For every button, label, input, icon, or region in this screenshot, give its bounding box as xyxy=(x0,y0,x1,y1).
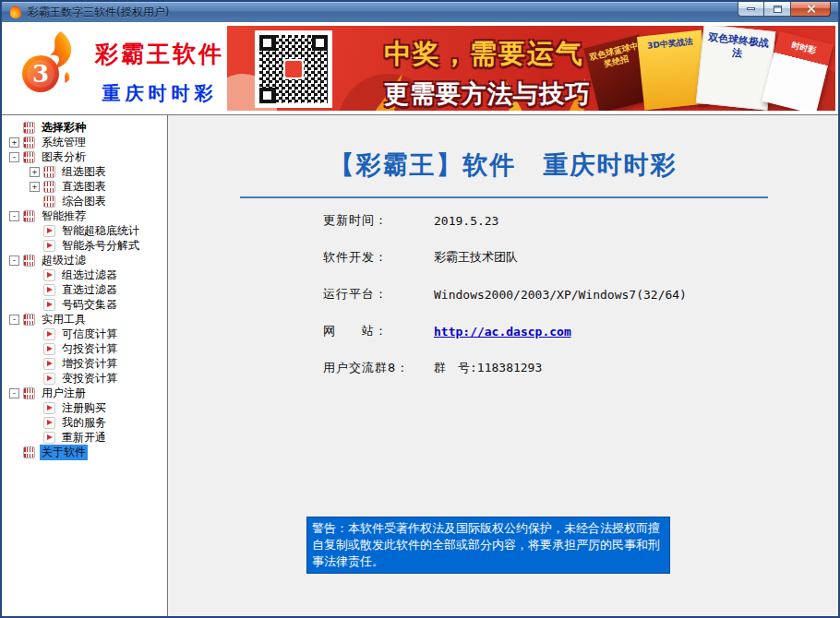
info-label: 更新时间： xyxy=(323,212,434,229)
tree-item-label: 系统管理 xyxy=(40,135,88,150)
main-panel: 【彩霸王】软件 重庆时时彩 更新时间： 2019.5.23 软件开发： 彩霸王技… xyxy=(168,115,838,616)
tree-item-label: 实用工具 xyxy=(40,312,88,327)
expand-toggle-icon[interactable]: + xyxy=(9,137,19,148)
tree-item-label: 直选图表 xyxy=(60,179,108,195)
tree-item[interactable]: 匀投资计算 xyxy=(2,341,167,356)
info-label: 软件开发： xyxy=(323,249,434,266)
tree-item-label: 关于软件 xyxy=(40,445,88,460)
tree-item-label: 直选过滤器 xyxy=(60,282,119,298)
grid-icon xyxy=(23,387,35,399)
tree-item[interactable]: - 超级过滤 xyxy=(2,253,167,267)
arrow-icon xyxy=(43,284,55,296)
banner-slogan: 中奖，需要运气， 更需要方法与技巧 xyxy=(384,36,613,111)
expand-toggle-icon[interactable]: - xyxy=(9,388,19,398)
tree-item-label: 智能推荐 xyxy=(40,208,88,224)
info-value: Windows2000/2003/XP/Windows7(32/64) xyxy=(434,288,687,302)
tree-item[interactable]: 直选过滤器 xyxy=(2,282,167,297)
arrow-icon xyxy=(43,240,55,252)
info-value: 群 号:118381293 xyxy=(434,360,542,376)
tree-item-label: 组选图表 xyxy=(60,164,108,180)
arrow-icon xyxy=(43,269,55,281)
title-bar: 彩霸王数字三软件(授权用户) xyxy=(2,2,838,22)
tree-item[interactable]: - 图表分析 xyxy=(2,149,167,164)
tree-item[interactable]: 号码交集器 xyxy=(2,297,167,312)
qr-finder-icon xyxy=(312,35,328,51)
tree-item[interactable]: + 组选图表 xyxy=(2,164,167,179)
sidebar-tree: 选择彩种 + 系统管理 - 图表分析 + 组选图表 + 直选图表 综合图表 - … xyxy=(2,115,168,616)
tree-item-label: 组选过滤器 xyxy=(60,267,119,283)
app-flame-icon xyxy=(8,5,23,19)
tree-item-label: 号码交集器 xyxy=(60,297,119,313)
content-area: 选择彩种 + 系统管理 - 图表分析 + 组选图表 + 直选图表 综合图表 - … xyxy=(2,114,838,616)
qr-finder-icon xyxy=(259,88,275,103)
grid-icon xyxy=(43,181,55,193)
expand-toggle-icon[interactable]: - xyxy=(9,211,19,221)
arrow-icon xyxy=(43,402,55,414)
brand-flame-logo: 3 xyxy=(13,30,85,105)
tree-item[interactable]: 选择彩种 xyxy=(2,120,167,135)
tree-item[interactable]: - 用户注册 xyxy=(2,386,167,400)
tree-item[interactable]: 变投资计算 xyxy=(2,371,167,386)
expand-toggle-icon[interactable]: - xyxy=(9,152,19,162)
maximize-button[interactable] xyxy=(764,2,791,17)
tree-item[interactable]: 我的服务 xyxy=(2,415,167,430)
website-link[interactable]: http://ac.dascp.com xyxy=(434,325,571,339)
tree-item-label: 图表分析 xyxy=(40,149,88,165)
svg-text:3: 3 xyxy=(32,60,49,88)
tree-item[interactable]: 注册购买 xyxy=(2,400,167,415)
minimize-button[interactable] xyxy=(738,2,764,17)
tree-item[interactable]: 智能杀号分解式 xyxy=(2,238,167,253)
arrow-icon xyxy=(43,358,55,370)
info-row-website: 网 站： http://ac.dascp.com xyxy=(323,323,687,339)
arrow-icon xyxy=(43,299,55,311)
info-row-developer: 软件开发： 彩霸王技术团队 xyxy=(323,249,687,266)
qr-code[interactable] xyxy=(255,30,332,108)
tree-item[interactable]: + 系统管理 xyxy=(2,135,167,149)
info-label: 用户交流群8： xyxy=(323,360,434,376)
close-button[interactable] xyxy=(791,2,831,17)
info-label: 运行平台： xyxy=(323,286,434,303)
grid-icon xyxy=(23,255,35,267)
tree-item-label: 增投资计算 xyxy=(60,356,119,372)
header: 3 彩霸王软件 重庆时时彩 中奖，需要运气， xyxy=(2,22,838,114)
tree-item-label: 匀投资计算 xyxy=(60,341,119,357)
tree-item-label: 重新开通 xyxy=(60,430,108,446)
grid-icon xyxy=(23,314,35,326)
window-title: 彩霸王数字三软件(授权用户) xyxy=(28,5,169,20)
banner-books: 双色球蓝球中奖绝招 3D中奖战法 双色球终极战法 时时彩 xyxy=(589,26,834,111)
window-controls xyxy=(738,2,831,17)
expand-toggle-icon[interactable]: - xyxy=(9,256,19,266)
grid-icon xyxy=(43,166,55,178)
maximize-icon xyxy=(774,6,782,13)
tree-item[interactable]: + 直选图表 xyxy=(2,179,167,194)
tree-item[interactable]: 可信度计算 xyxy=(2,327,167,341)
brand-subtitle: 重庆时时彩 xyxy=(87,81,233,106)
tree-item-label: 用户注册 xyxy=(40,386,88,401)
app-window: 彩霸王数字三软件(授权用户) 3 彩霸王软件 重庆时 xyxy=(0,0,840,618)
tree-item[interactable]: 重新开通 xyxy=(2,430,167,445)
tree-item[interactable]: 综合图表 xyxy=(2,194,167,208)
tree-item-label: 注册购买 xyxy=(60,400,108,416)
tree-item-label: 可信度计算 xyxy=(60,327,119,342)
grid-icon xyxy=(23,137,35,149)
info-list: 更新时间： 2019.5.23 软件开发： 彩霸王技术团队 运行平台： Wind… xyxy=(323,212,687,397)
tree-item-label: 选择彩种 xyxy=(40,120,88,136)
ad-banner[interactable]: 中奖，需要运气， 更需要方法与技巧 双色球蓝球中奖绝招 3D中奖战法 双色球终极… xyxy=(227,26,835,111)
info-label: 网 站： xyxy=(323,323,434,339)
tree-item-label: 智能杀号分解式 xyxy=(60,238,141,254)
tree-item[interactable]: 组选过滤器 xyxy=(2,267,167,282)
copyright-warning: 警告：本软件受著作权法及国际版权公约保护，未经合法授权而擅自复制或散发此软件的全… xyxy=(306,517,670,574)
page-title: 【彩霸王】软件 重庆时时彩 xyxy=(168,149,838,182)
expand-toggle-icon[interactable]: - xyxy=(9,315,19,325)
expand-toggle-icon[interactable]: + xyxy=(30,167,40,177)
tree-item[interactable]: 智能超稳底统计 xyxy=(2,223,167,238)
tree-item[interactable]: - 实用工具 xyxy=(2,312,167,327)
slogan-line-2: 更需要方法与技巧 xyxy=(384,77,613,111)
arrow-icon xyxy=(43,225,55,237)
tree-item[interactable]: - 智能推荐 xyxy=(2,208,167,223)
qr-logo-icon xyxy=(283,59,304,79)
expand-toggle-icon[interactable]: + xyxy=(30,182,40,192)
tree-item[interactable]: 关于软件 xyxy=(2,445,167,459)
arrow-icon xyxy=(43,373,55,385)
tree-item[interactable]: 增投资计算 xyxy=(2,356,167,371)
